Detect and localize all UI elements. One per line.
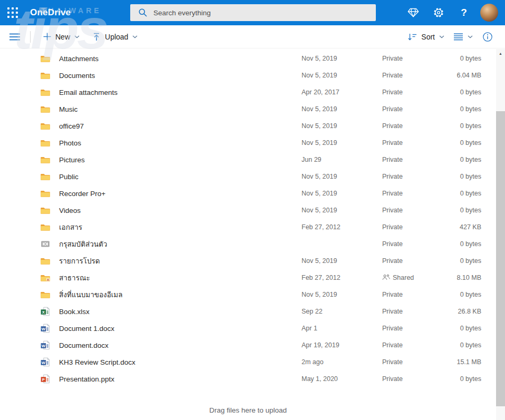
file-sharing-status[interactable]: Private (382, 72, 453, 79)
account-button[interactable] (477, 0, 502, 25)
file-row[interactable]: office97 Nov 5, 2019 Private 0 bytes (0, 118, 496, 134)
file-sharing-status[interactable]: Shared (382, 274, 453, 282)
shared-people-icon (382, 274, 390, 282)
hamburger-icon (9, 33, 20, 41)
file-size: 6.04 MB (453, 72, 481, 79)
file-sharing-status[interactable]: Private (382, 105, 453, 113)
file-row[interactable]: สิ่งที่แนบมาของอีเมล Nov 5, 2019 Private… (0, 286, 496, 303)
file-name[interactable]: Book.xlsx (59, 308, 302, 316)
file-row[interactable]: A สาธารณะ Feb 27, 2012 Shared 8.10 MB (0, 269, 496, 286)
file-name[interactable]: Document.docx (59, 341, 302, 349)
details-pane-button[interactable] (478, 26, 498, 47)
file-sharing-status[interactable]: Private (382, 55, 453, 62)
chevron-down-icon (132, 35, 138, 38)
scrollbar[interactable]: ▲ (496, 49, 505, 420)
file-name[interactable]: Presentation.pptx (59, 375, 302, 383)
file-size: 8.10 MB (453, 274, 481, 281)
file-row[interactable]: Videos Nov 5, 2019 Private 0 bytes (0, 202, 496, 219)
file-name[interactable]: Document 1.docx (59, 325, 302, 333)
word-icon: W (40, 340, 51, 350)
file-name[interactable]: Attachments (59, 55, 302, 63)
file-sharing-status[interactable]: Private (382, 375, 453, 383)
sort-icon (407, 33, 417, 41)
file-name[interactable]: Pictures (59, 156, 302, 164)
file-row[interactable]: Recorder Pro+ Nov 5, 2019 Private 0 byte… (0, 185, 496, 202)
file-sharing-status[interactable]: Private (382, 341, 453, 349)
file-name[interactable]: สิ่งที่แนบมาของอีเมล (59, 289, 302, 300)
view-options-button[interactable] (449, 26, 478, 47)
file-name[interactable]: Videos (59, 207, 302, 214)
file-row[interactable]: รายการโปรด Nov 5, 2019 Private 0 bytes (0, 252, 496, 269)
file-sharing-status[interactable]: Private (382, 358, 453, 366)
file-row[interactable]: W KH3 Review Script.docx 2m ago Private … (0, 354, 496, 370)
file-name[interactable]: KH3 Review Script.docx (59, 358, 302, 366)
file-row[interactable]: เอกสาร Feb 27, 2012 Private 427 KB (0, 219, 496, 236)
new-button[interactable]: New (37, 26, 86, 47)
file-row[interactable]: Photos Nov 5, 2019 Private 0 bytes (0, 134, 496, 151)
app-title: OneDrive (30, 7, 71, 18)
folder-icon (40, 138, 51, 148)
new-button-label: New (55, 33, 70, 41)
file-row[interactable]: Email attachments Apr 20, 2017 Private 0… (0, 84, 496, 101)
file-sharing-status[interactable]: Private (382, 190, 453, 197)
chevron-down-icon (468, 35, 473, 38)
file-name[interactable]: Recorder Pro+ (59, 190, 302, 198)
file-row[interactable]: Public Nov 5, 2019 Private 0 bytes (0, 168, 496, 185)
file-sharing-status[interactable]: Private (382, 308, 453, 315)
premium-button[interactable] (401, 0, 426, 25)
file-modified-date: Nov 5, 2019 (302, 190, 382, 197)
search-input[interactable] (153, 9, 376, 17)
file-row[interactable]: X Book.xlsx Sep 22 Private 26.8 KB (0, 303, 496, 320)
upload-button[interactable]: Upload (86, 26, 144, 47)
file-sharing-status[interactable]: Private (382, 240, 453, 248)
file-name[interactable]: รายการโปรด (59, 255, 302, 267)
file-row[interactable]: Attachments Nov 5, 2019 Private 0 bytes (0, 50, 496, 67)
file-sharing-status[interactable]: Private (382, 173, 453, 180)
file-name[interactable]: Photos (59, 139, 302, 147)
menu-button[interactable] (6, 28, 24, 46)
file-name[interactable]: กรุสมบัติส่วนตัว (59, 238, 302, 250)
info-icon (482, 32, 493, 42)
file-row[interactable]: P Presentation.pptx May 1, 2020 Private … (0, 370, 496, 387)
scroll-up-arrow[interactable]: ▲ (496, 49, 505, 57)
help-button[interactable]: ? (451, 0, 477, 25)
file-name[interactable]: Music (59, 105, 302, 113)
file-modified-date: Nov 5, 2019 (302, 122, 382, 130)
scroll-thumb[interactable] (496, 111, 505, 406)
drop-hint: Drag files here to upload (0, 406, 496, 414)
svg-text:W: W (42, 360, 46, 365)
file-row[interactable]: Music Nov 5, 2019 Private 0 bytes (0, 101, 496, 118)
file-name[interactable]: สาธารณะ (59, 272, 302, 284)
file-modified-date: Apr 20, 2017 (302, 89, 382, 96)
app-launcher-button[interactable] (0, 0, 25, 25)
file-name[interactable]: Email attachments (59, 89, 302, 96)
search-bar[interactable] (130, 4, 376, 21)
vault-icon (40, 239, 51, 249)
file-sharing-status[interactable]: Private (382, 325, 453, 332)
file-row[interactable]: W Document 1.docx Apr 1 Private 0 bytes (0, 320, 496, 337)
file-sharing-status[interactable]: Private (382, 139, 453, 146)
file-row[interactable]: W Document.docx Apr 19, 2019 Private 0 b… (0, 337, 496, 354)
sort-button[interactable]: Sort (403, 26, 449, 47)
file-sharing-status[interactable]: Private (382, 223, 453, 231)
file-modified-date: Apr 1 (302, 325, 382, 332)
file-sharing-status[interactable]: Private (382, 156, 453, 163)
file-name[interactable]: เอกสาร (59, 221, 302, 233)
file-name[interactable]: Public (59, 173, 302, 181)
file-sharing-status[interactable]: Private (382, 89, 453, 96)
file-row[interactable]: Documents Nov 5, 2019 Private 6.04 MB (0, 67, 496, 84)
svg-text:W: W (42, 344, 46, 348)
file-size: 0 bytes (453, 105, 481, 113)
file-row[interactable]: กรุสมบัติส่วนตัว Private 0 bytes (0, 236, 496, 252)
settings-button[interactable] (426, 0, 451, 25)
file-row[interactable]: Pictures Jun 29 Private 0 bytes (0, 151, 496, 168)
file-sharing-status[interactable]: Private (382, 291, 453, 298)
file-sharing-status[interactable]: Private (382, 122, 453, 130)
file-name[interactable]: office97 (59, 122, 302, 130)
file-sharing-status[interactable]: Private (382, 207, 453, 214)
file-size: 15.1 MB (453, 358, 481, 366)
chevron-down-icon (74, 35, 80, 38)
folder-icon (40, 104, 51, 114)
file-sharing-status[interactable]: Private (382, 257, 453, 265)
file-name[interactable]: Documents (59, 72, 302, 80)
